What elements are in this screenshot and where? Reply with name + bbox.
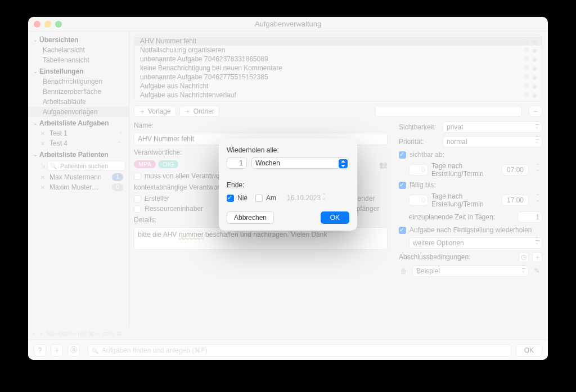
nav-back-button[interactable]: ‹ — [33, 329, 35, 338]
nav-forward-button[interactable]: › — [40, 329, 43, 338]
task-row[interactable]: unbenannte Aufgabe 70462378331865089 — [134, 55, 542, 64]
global-search-input[interactable]: Aufgaben finden und anlegen (⌘F) — [88, 344, 511, 357]
task-template-list[interactable]: AHV Nummer fehlt Notfallschulung organis… — [134, 35, 542, 101]
time-stepper[interactable] — [532, 195, 542, 205]
count-badge: 1 — [112, 173, 123, 181]
titlebar: Aufgabenverwaltung — [28, 17, 548, 31]
ok-button[interactable]: OK — [321, 211, 349, 224]
plan-days-input[interactable]: 1 — [518, 211, 542, 223]
role-checkbox[interactable] — [134, 195, 141, 202]
close-icon[interactable]: ✕ — [40, 174, 46, 181]
sidebar-group-overview[interactable]: ⌄ Übersichten — [28, 35, 129, 45]
chevron-up-icon: ⌃ — [118, 141, 122, 146]
pin-icon[interactable] — [524, 64, 529, 72]
close-icon[interactable]: ✕ — [40, 141, 46, 147]
repeat-count-input[interactable]: 1 — [227, 157, 247, 169]
zoom-window-button[interactable] — [55, 21, 62, 28]
add-folder-button[interactable]: ＋Ordner — [179, 106, 219, 117]
sidebar-item-patient[interactable]: ✕ Max Mustermann 1 — [28, 172, 129, 182]
add-condition-button[interactable] — [532, 252, 542, 262]
sidebar-group-settings[interactable]: ⌄ Einstellungen — [28, 66, 129, 76]
pin-icon[interactable] — [524, 73, 529, 81]
sidebar-item-arbeitsablaeufe[interactable]: Arbeitsabläufe — [28, 97, 129, 107]
cancel-button[interactable]: Abbrechen — [227, 211, 274, 224]
sidebar-group-worklist-tasks[interactable]: ⌄ Arbeitsliste Aufgaben — [28, 118, 129, 128]
task-row[interactable]: AHV Nummer fehlt — [134, 37, 542, 46]
task-row[interactable]: keine Benachrichtigung bei neuen Komment… — [134, 64, 542, 73]
sidebar-item-benutzeroberflaeche[interactable]: Benutzeroberfläche — [28, 87, 129, 97]
pin-icon[interactable] — [524, 46, 529, 54]
footer-ok-button[interactable]: OK — [516, 344, 542, 357]
more-options-select[interactable]: weitere Optionen — [409, 237, 542, 249]
footer-bar: ＋ Aufgaben finden und anlegen (⌘F) OK — [28, 340, 548, 360]
edit-condition-button[interactable] — [532, 266, 542, 276]
help-button[interactable] — [34, 344, 46, 357]
pin-icon[interactable] — [524, 91, 529, 99]
completion-label: Abschlussbedingungen: — [399, 253, 515, 261]
due-checkbox[interactable] — [399, 182, 406, 189]
help-icon — [38, 346, 42, 354]
task-row[interactable]: Aufgabe aus Nachrichtenverlauf — [134, 91, 542, 100]
task-row[interactable]: Notfallschulung organisieren — [134, 46, 542, 55]
sidebar-item-kachelansicht[interactable]: Kachelansicht — [28, 45, 129, 55]
due-days-input[interactable]: 0 — [409, 195, 428, 206]
due-time-input[interactable]: 17:00 — [502, 195, 529, 206]
chevron-down-icon: ⌄ — [33, 120, 38, 126]
time-stepper[interactable] — [532, 165, 542, 175]
visible-days-input[interactable]: 0 — [409, 164, 428, 175]
sidebar-group-label: Arbeitsliste Patienten — [39, 151, 109, 159]
sidebar-item-tabellenansicht[interactable]: Tabellenansicht — [28, 55, 129, 65]
sidebar-group-worklist-patients[interactable]: ⌄ Arbeitsliste Patienten — [28, 150, 129, 160]
tag-oig[interactable]: OIG — [158, 160, 178, 168]
visible-from-checkbox[interactable] — [399, 151, 406, 159]
task-row[interactable]: unbenannte Aufgabe 70462775515152385 — [134, 73, 542, 82]
add-button[interactable]: ＋ — [51, 344, 63, 357]
sidebar-item-aufgabenvorlagen[interactable]: Aufgabenvorlagen — [28, 107, 129, 117]
remove-button[interactable]: − — [529, 106, 542, 117]
close-icon[interactable]: ✕ — [40, 130, 46, 137]
sidebar-item-benachrichtigungen[interactable]: Benachrichtigungen — [28, 76, 129, 87]
repeat-unit-select[interactable]: Wochen — [251, 157, 349, 169]
sidebar-item-test4[interactable]: ✕ Test 4 ⌃ — [28, 138, 129, 148]
filter-input[interactable] — [375, 106, 522, 117]
visibility-select[interactable]: privat — [443, 121, 542, 133]
people-picker-icon[interactable] — [379, 160, 388, 169]
patient-search-input[interactable] — [47, 161, 125, 171]
pin-icon[interactable] — [524, 37, 529, 45]
eye-icon[interactable] — [532, 91, 537, 99]
eye-icon[interactable] — [532, 64, 537, 72]
eye-icon[interactable] — [532, 55, 537, 63]
tag-mpa[interactable]: MPA — [134, 160, 156, 168]
minimize-window-button[interactable] — [44, 21, 51, 28]
close-window-button[interactable] — [34, 21, 40, 28]
search-icon — [92, 346, 98, 354]
end-never-checkbox[interactable] — [227, 195, 234, 202]
visible-time-input[interactable]: 07:00 — [502, 164, 529, 175]
clock-button[interactable] — [519, 252, 529, 262]
end-on-checkbox[interactable] — [255, 195, 263, 202]
task-row[interactable]: Aufgabe aus Nachricht — [134, 82, 542, 91]
add-template-button[interactable]: ＋Vorlage — [134, 106, 176, 117]
repeat-checkbox[interactable] — [399, 227, 406, 234]
delete-condition-button[interactable] — [399, 266, 409, 276]
pin-icon[interactable] — [524, 82, 529, 90]
eye-icon[interactable] — [532, 46, 537, 54]
pin-icon[interactable] — [524, 55, 529, 63]
priority-select[interactable]: normal — [443, 136, 542, 147]
sidebar-item-patient[interactable]: ✕ Maxim Muster… 0 — [28, 182, 129, 192]
sidebar-group-label: Übersichten — [39, 36, 78, 44]
sidebar-item-test1[interactable]: ✕ Test 1 ↑ — [28, 128, 129, 138]
details-textarea[interactable]: bitte die AHV nummer beschaffen und nach… — [134, 227, 388, 250]
patient-search-field[interactable] — [59, 162, 123, 170]
role-checkbox[interactable] — [134, 205, 141, 213]
eye-icon[interactable] — [532, 37, 537, 45]
eye-icon[interactable] — [532, 73, 537, 81]
end-date-field[interactable]: 16.10.2023 — [284, 192, 329, 204]
link-icon[interactable]: ⇲ — [40, 163, 45, 169]
all-responsible-checkbox[interactable] — [134, 173, 141, 180]
eye-icon[interactable] — [532, 82, 537, 90]
annotation-button[interactable] — [68, 344, 80, 357]
window-controls — [34, 21, 62, 28]
close-icon[interactable]: ✕ — [40, 184, 46, 191]
condition-select[interactable]: Beispiel — [412, 265, 529, 277]
